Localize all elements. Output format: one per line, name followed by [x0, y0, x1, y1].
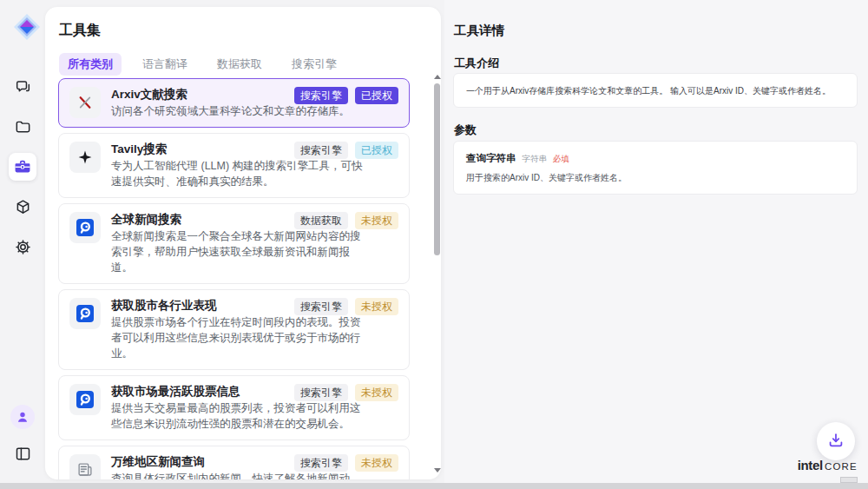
param-card: 查询字符串 字符串 必填 用于搜索的Arxiv ID、关键字或作者姓名。	[453, 141, 858, 195]
tavily-icon	[69, 142, 101, 173]
qblue-icon	[69, 298, 101, 329]
tool-card[interactable]: 获取股市各行业表现 提供股票市场各个行业在特定时间段内的表现。投资者可以利用这些…	[58, 289, 410, 370]
intro-text: 一个用于从Arxiv存储库搜索科学论文和文章的工具。 输入可以是Arxiv ID…	[466, 85, 845, 97]
rail-top-nav	[0, 73, 45, 261]
tool-category-badge: 数据获取	[294, 212, 348, 229]
tab-search-engine[interactable]: 搜索引擎	[283, 53, 345, 76]
sidebar-item-gear[interactable]	[9, 233, 36, 261]
tool-description: 访问各个研究领域大量科学论文和文章的存储库。	[111, 103, 367, 119]
param-required-badge: 必填	[553, 154, 569, 165]
rail-bottom-nav	[0, 403, 45, 467]
folder-icon	[14, 118, 32, 136]
tool-card[interactable]: 获取市场最活跃股票信息 提供当天交易量最高的股票列表，投资者可以利用这些信息来识…	[58, 375, 410, 440]
sidebar-item-cube[interactable]	[9, 193, 36, 221]
tool-description: 提供股票市场各个行业在特定时间段内的表现。投资者可以利用这些信息来识别表现优于或…	[111, 314, 367, 361]
tool-description: 专为人工智能代理 (LLM) 构建的搜索引擎工具，可快速提供实时、准确和真实的结…	[111, 158, 367, 189]
param-name: 查询字符串	[466, 152, 516, 165]
gear-icon	[14, 238, 32, 256]
download-icon	[826, 431, 845, 453]
tool-category-badge: 搜索引擎	[294, 87, 348, 104]
tool-description: 查询具体行政区划内的新闻，快速了解各地新闻动	[111, 471, 367, 479]
sidebar-item-chat[interactable]	[9, 73, 36, 101]
params-heading: 参数	[454, 122, 477, 138]
tool-auth-badge: 未授权	[355, 298, 398, 315]
tool-description: 全球新闻搜索是一个聚合全球各大新闻网站内容的搜索引擎，帮助用户快速获取全球最新资…	[111, 228, 367, 275]
tool-category-badge: 搜索引擎	[294, 142, 348, 159]
param-description: 用于搜索的Arxiv ID、关键字或作者姓名。	[466, 172, 845, 184]
intel-brand-text: intel	[798, 458, 823, 472]
tab-data-fetch[interactable]: 数据获取	[208, 53, 271, 76]
tool-auth-badge: 未授权	[355, 384, 398, 401]
scrollbar-up-button[interactable]	[434, 75, 441, 79]
param-type: 字符串	[523, 154, 548, 165]
scrollbar-down-button[interactable]	[434, 468, 441, 472]
tool-category-badge: 搜索引擎	[294, 384, 348, 401]
chat-icon	[14, 78, 32, 96]
columns-icon	[14, 445, 32, 463]
intro-heading: 工具介绍	[454, 56, 499, 71]
cube-icon	[14, 198, 32, 216]
download-button[interactable]	[817, 422, 855, 460]
toolset-panel: 工具集 所有类别语言翻译数据获取搜索引擎 Arxiv文献搜索 访问各个研究领域大…	[45, 7, 441, 479]
news-icon	[69, 454, 101, 479]
list-scrollbar[interactable]	[433, 75, 440, 472]
sidebar-item-folder[interactable]	[9, 113, 36, 141]
app-logo-icon	[12, 12, 42, 42]
sidebar-item-avatar[interactable]	[9, 403, 36, 431]
left-icon-rail	[0, 0, 45, 483]
tool-category-badge: 搜索引擎	[294, 454, 348, 472]
page-title: 工具集	[59, 22, 101, 40]
sidebar-item-columns[interactable]	[9, 439, 36, 467]
core-brand-text: core	[825, 461, 858, 472]
details-title: 工具详情	[454, 23, 504, 39]
tab-all-categories[interactable]: 所有类别	[59, 53, 122, 76]
category-tabs: 所有类别语言翻译数据获取搜索引擎	[59, 53, 345, 76]
tool-category-badge: 搜索引擎	[294, 298, 348, 315]
scrollbar-thumb[interactable]	[434, 83, 440, 255]
intel-badge	[840, 477, 858, 483]
avatar-icon	[10, 405, 35, 429]
tool-description: 提供当天交易量最高的股票列表，投资者可以利用这些信息来识别流动性强的股票和潜在的…	[111, 400, 367, 432]
tool-details-panel: 工具详情 工具介绍 一个用于从Arxiv存储库搜索科学论文和文章的工具。 输入可…	[444, 0, 868, 483]
window-bottom-edge	[0, 483, 868, 489]
toolbox-icon	[13, 157, 32, 176]
tab-language-translation[interactable]: 语言翻译	[134, 53, 196, 76]
tool-auth-badge: 已授权	[355, 142, 398, 159]
tool-list: Arxiv文献搜索 访问各个研究领域大量科学论文和文章的存储库。 搜索引擎 已授…	[58, 78, 410, 479]
qblue-icon	[69, 384, 101, 415]
tool-card[interactable]: Arxiv文献搜索 访问各个研究领域大量科学论文和文章的存储库。 搜索引擎 已授…	[58, 78, 410, 128]
tool-card[interactable]: 全球新闻搜索 全球新闻搜索是一个聚合全球各大新闻网站内容的搜索引擎，帮助用户快速…	[58, 203, 410, 284]
intel-core-logo: intelcore	[798, 459, 858, 485]
tool-auth-badge: 已授权	[355, 87, 398, 104]
tool-auth-badge: 未授权	[355, 454, 398, 472]
tool-card[interactable]: 万维地区新闻查询 查询具体行政区划内的新闻，快速了解各地新闻动 搜索引擎 未授权	[58, 446, 410, 479]
arxiv-icon	[69, 87, 101, 118]
tool-auth-badge: 未授权	[355, 212, 398, 229]
intro-card: 一个用于从Arxiv存储库搜索科学论文和文章的工具。 输入可以是Arxiv ID…	[453, 73, 858, 108]
qblue-icon	[69, 212, 101, 243]
tool-card[interactable]: Tavily搜索 专为人工智能代理 (LLM) 构建的搜索引擎工具，可快速提供实…	[58, 133, 410, 198]
sidebar-item-toolbox[interactable]	[9, 153, 36, 181]
